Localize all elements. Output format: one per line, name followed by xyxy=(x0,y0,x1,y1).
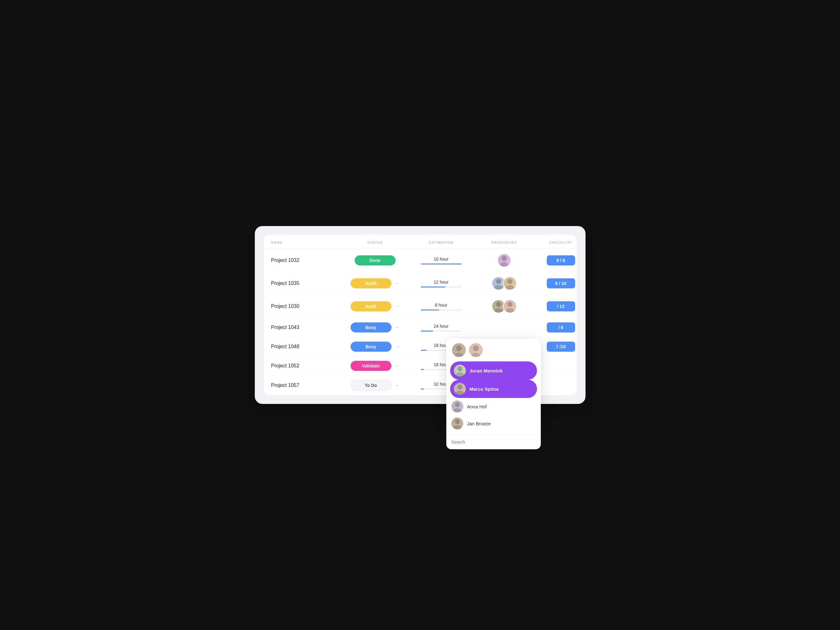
estimation-text: 10 hour xyxy=(410,257,473,261)
dropdown-item[interactable]: Joran Mennink xyxy=(450,361,537,380)
checklist-badge: / 8 xyxy=(547,322,575,332)
status-arrow[interactable]: → xyxy=(395,304,400,309)
svg-point-3 xyxy=(494,285,503,290)
avatar xyxy=(497,254,511,267)
checklist-cell: / 12 xyxy=(536,301,586,311)
project-name: Project 1057 xyxy=(271,383,341,388)
svg-point-8 xyxy=(507,302,512,307)
dropdown-item-avatar xyxy=(452,400,463,413)
table-row: Project 1035 Audit → 12 hour 6 / 10 xyxy=(264,272,577,295)
status-badge[interactable]: Validatie xyxy=(351,361,392,371)
checklist-badge: / 12 xyxy=(547,301,575,311)
status-arrow[interactable]: → xyxy=(395,280,400,286)
dropdown-list: Joran Mennink Marco Spitse Anna Hof Jan … xyxy=(446,361,541,432)
table-row: Project 1030 Audit → 8 hour / 12 xyxy=(264,295,577,318)
svg-point-15 xyxy=(455,372,464,376)
avatar xyxy=(468,343,483,358)
svg-point-13 xyxy=(471,353,481,357)
resources-cell[interactable] xyxy=(473,276,536,290)
status-cell: To Do → xyxy=(341,380,410,391)
col-status: STATUS xyxy=(341,241,410,244)
progress-fill xyxy=(421,309,439,310)
progress-fill xyxy=(421,331,433,332)
resources-cell[interactable] xyxy=(473,299,536,313)
status-arrow[interactable]: → xyxy=(395,344,400,350)
estimation-cell: 24 hour xyxy=(410,324,473,332)
dropdown-item[interactable]: Anna Hof xyxy=(446,398,541,415)
svg-point-17 xyxy=(455,391,464,395)
status-badge[interactable]: Busy xyxy=(351,322,392,332)
resources-dropdown[interactable]: Joran Mennink Marco Spitse Anna Hof Jan … xyxy=(446,339,541,449)
svg-point-6 xyxy=(496,302,501,307)
status-arrow[interactable]: → xyxy=(395,324,400,330)
status-arrow[interactable]: → xyxy=(395,363,400,369)
col-name: NAME xyxy=(271,241,341,244)
resources-cell[interactable] xyxy=(473,254,536,267)
checklist-cell: 6 / 10 xyxy=(536,278,586,288)
checklist-cell: 8 / 8 xyxy=(536,255,586,265)
col-resources: RESOURCES xyxy=(473,241,536,244)
progress-track xyxy=(421,287,462,287)
progress-fill xyxy=(421,389,424,389)
svg-point-9 xyxy=(505,308,514,313)
status-badge[interactable]: Done xyxy=(355,255,396,265)
svg-point-0 xyxy=(502,256,507,261)
status-cell: Audit → xyxy=(341,278,410,288)
svg-point-1 xyxy=(500,262,508,267)
estimation-cell: 12 hour xyxy=(410,280,473,287)
svg-point-21 xyxy=(453,425,461,430)
progress-fill xyxy=(421,263,462,265)
dropdown-item-avatar xyxy=(454,383,466,395)
project-table: NAME STATUS ESTIMATION RESOURCES CHECKLI… xyxy=(264,235,577,395)
status-arrow[interactable]: → xyxy=(395,383,400,388)
checklist-badge: 7 /10 xyxy=(547,342,575,352)
dropdown-item-avatar xyxy=(452,417,463,430)
dropdown-item-name: Marco Spitse xyxy=(470,386,499,392)
col-estimation: ESTIMATION xyxy=(410,241,473,244)
svg-point-11 xyxy=(454,353,464,357)
dropdown-top-avatars xyxy=(446,343,541,361)
dropdown-item-name: Jan Broeze xyxy=(467,421,491,426)
svg-point-20 xyxy=(455,419,459,424)
checklist-badge: 8 / 8 xyxy=(547,255,575,265)
dropdown-item[interactable]: Jan Broeze xyxy=(446,415,541,432)
project-name: Project 1043 xyxy=(271,324,341,330)
checklist-badge: 6 / 10 xyxy=(547,278,575,288)
svg-point-2 xyxy=(496,279,501,284)
dropdown-item[interactable]: Marco Spitse xyxy=(450,380,537,398)
status-cell: Audit → xyxy=(341,301,410,311)
progress-fill xyxy=(421,369,424,370)
col-checklist: CHECKLIST xyxy=(536,241,586,244)
search-bar[interactable] xyxy=(446,435,541,449)
table-row: Project 1032 Done 10 hour 8 / 8 xyxy=(264,249,577,272)
dropdown-item-name: Joran Mennink xyxy=(470,368,503,373)
avatar xyxy=(503,276,517,290)
project-name: Project 1030 xyxy=(271,304,341,309)
svg-point-4 xyxy=(507,279,512,284)
checklist-cell: / 8 xyxy=(536,322,586,332)
svg-point-10 xyxy=(456,346,462,351)
svg-point-19 xyxy=(453,408,461,413)
estimation-text: 24 hour xyxy=(410,324,473,329)
avatar xyxy=(503,299,517,313)
status-badge[interactable]: Audit xyxy=(351,278,392,288)
dropdown-item-name: Anna Hof xyxy=(467,404,487,409)
project-name: Project 1048 xyxy=(271,344,341,350)
dropdown-item-avatar xyxy=(454,365,466,376)
status-badge[interactable]: To Do xyxy=(351,380,392,391)
table-header: NAME STATUS ESTIMATION RESOURCES CHECKLI… xyxy=(264,235,577,249)
status-cell: Validatie → xyxy=(341,361,410,371)
svg-point-14 xyxy=(457,367,462,371)
estimation-cell: 10 hour xyxy=(410,257,473,265)
estimation-text: 12 hour xyxy=(410,280,473,285)
svg-point-7 xyxy=(494,308,503,313)
estimation-cell: 8 hour xyxy=(410,302,473,310)
progress-fill xyxy=(421,287,445,287)
progress-fill xyxy=(421,350,427,351)
status-badge[interactable]: Audit xyxy=(351,301,392,311)
screen: NAME STATUS ESTIMATION RESOURCES CHECKLI… xyxy=(255,226,586,404)
status-badge[interactable]: Busy xyxy=(351,342,392,352)
project-name: Project 1032 xyxy=(271,258,341,263)
search-input[interactable] xyxy=(452,439,536,444)
progress-track xyxy=(421,263,462,265)
